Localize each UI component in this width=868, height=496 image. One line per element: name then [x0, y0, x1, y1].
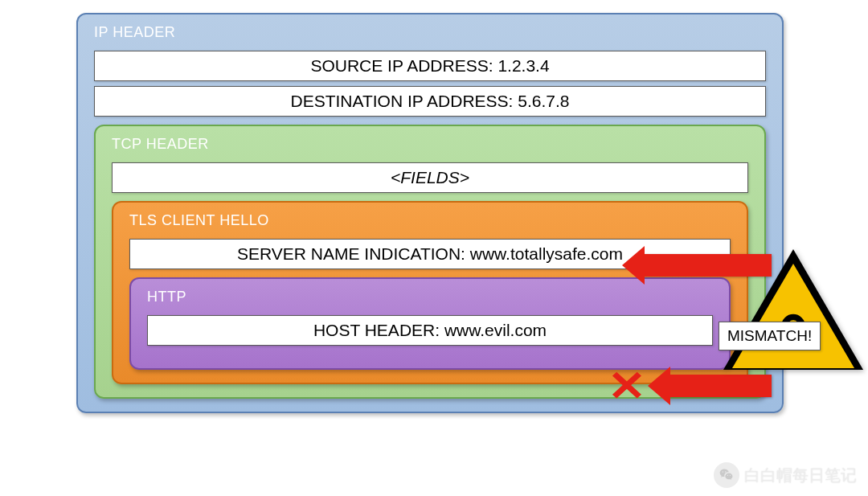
watermark-text: 白白帽每日笔记	[744, 465, 857, 486]
ip-header-layer: IP HEADER SOURCE IP ADDRESS: 1.2.3.4 DES…	[76, 13, 784, 413]
http-title: HTTP	[142, 287, 718, 310]
watermark: 白白帽每日笔记	[714, 462, 857, 488]
cross-mark-icon: ✕	[608, 362, 646, 410]
wechat-icon	[714, 462, 739, 488]
host-header-field: HOST HEADER: www.evil.com	[147, 315, 713, 346]
arrow-to-host	[667, 375, 772, 397]
mismatch-label: MISMATCH!	[719, 322, 821, 350]
tcp-fields: <FIELDS>	[112, 162, 748, 193]
ip-header-title: IP HEADER	[89, 23, 771, 46]
destination-ip-field: DESTINATION IP ADDRESS: 5.6.7.8	[94, 86, 766, 117]
tcp-header-title: TCP HEADER	[107, 134, 753, 158]
http-layer: HTTP HOST HEADER: www.evil.com	[129, 277, 731, 370]
hazard-warning-icon	[723, 249, 864, 370]
source-ip-field: SOURCE IP ADDRESS: 1.2.3.4	[94, 51, 766, 81]
tls-client-hello-layer: TLS CLIENT HELLO SERVER NAME INDICATION:…	[112, 201, 748, 384]
tls-title: TLS CLIENT HELLO	[125, 211, 735, 234]
